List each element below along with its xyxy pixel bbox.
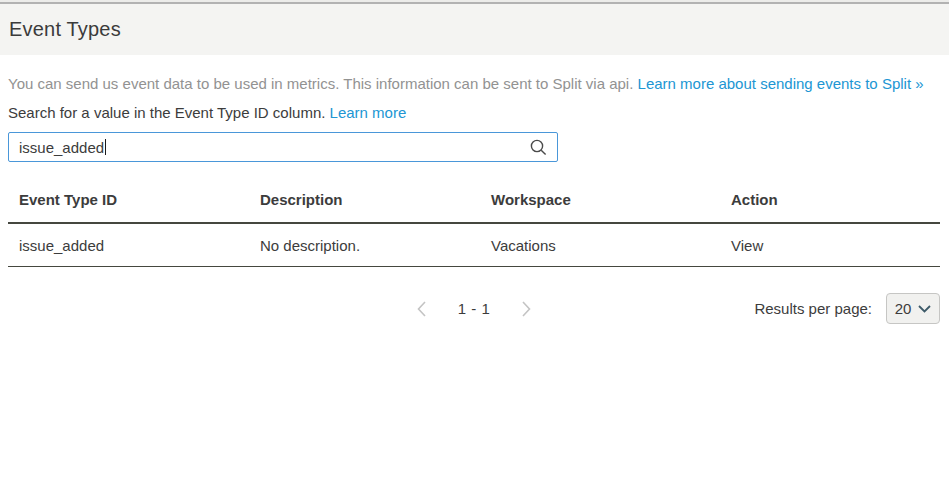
page-range: 1 - 1 <box>458 300 491 317</box>
main-content: You can send us event data to be used in… <box>0 75 949 324</box>
search-hint-paragraph: Search for a value in the Event Type ID … <box>8 104 940 121</box>
chevron-left-icon <box>417 301 426 317</box>
table-header-row: Event Type ID Description Workspace Acti… <box>8 191 940 223</box>
search-icon[interactable] <box>529 138 548 157</box>
chevron-down-icon <box>918 305 931 313</box>
results-per-page-value: 20 <box>895 300 912 317</box>
learn-more-link[interactable]: Learn more <box>330 104 407 121</box>
cell-event-type-id: issue_added <box>8 223 249 267</box>
next-page-button[interactable] <box>520 301 533 317</box>
learn-more-sending-events-link[interactable]: Learn more about sending events to Split… <box>638 75 924 92</box>
search-input-value: issue_added <box>19 139 104 156</box>
search-hint-text: Search for a value in the Event Type ID … <box>8 104 325 121</box>
search-input[interactable]: issue_added <box>8 132 558 162</box>
column-header-action: Action <box>720 191 940 223</box>
column-header-event-type-id: Event Type ID <box>8 191 249 223</box>
previous-page-button[interactable] <box>415 301 428 317</box>
page-title: Event Types <box>9 18 121 41</box>
results-per-page: Results per page: 20 <box>754 293 940 324</box>
view-action-link[interactable]: View <box>720 223 940 267</box>
results-per-page-label: Results per page: <box>754 300 872 317</box>
intro-paragraph: You can send us event data to be used in… <box>8 75 940 92</box>
text-cursor <box>105 139 106 155</box>
cell-workspace: Vacations <box>480 223 720 267</box>
intro-text: You can send us event data to be used in… <box>8 75 633 92</box>
pagination-bar: 1 - 1 Results per page: 20 <box>8 293 940 324</box>
page-header: Event Types <box>0 4 949 55</box>
column-header-description: Description <box>249 191 480 223</box>
cell-description: No description. <box>249 223 480 267</box>
table-row: issue_added No description. Vacations Vi… <box>8 223 940 267</box>
column-header-workspace: Workspace <box>480 191 720 223</box>
results-per-page-select[interactable]: 20 <box>886 293 940 324</box>
chevron-right-icon <box>522 301 531 317</box>
event-types-table: Event Type ID Description Workspace Acti… <box>8 191 940 267</box>
